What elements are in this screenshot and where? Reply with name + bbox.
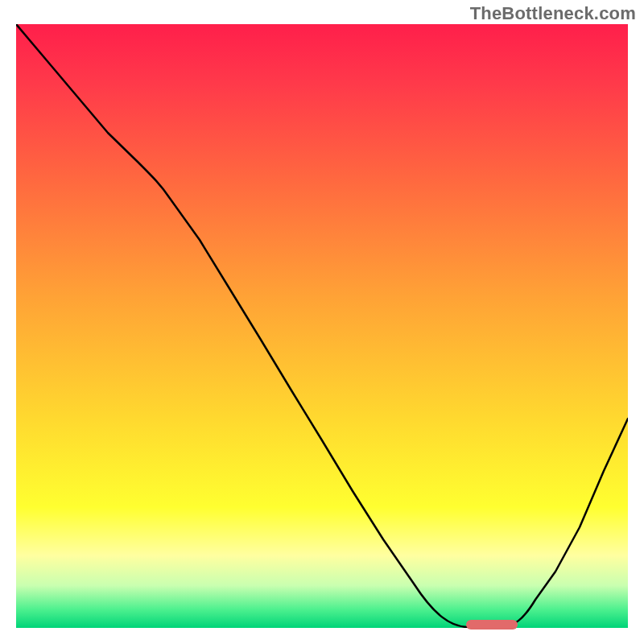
plot-area	[16, 24, 628, 628]
chart-container: TheBottleneck.com	[0, 0, 644, 644]
curve-path	[16, 24, 628, 627]
bottleneck-curve	[16, 24, 628, 628]
optimal-marker	[466, 620, 518, 630]
watermark-text: TheBottleneck.com	[470, 3, 636, 24]
